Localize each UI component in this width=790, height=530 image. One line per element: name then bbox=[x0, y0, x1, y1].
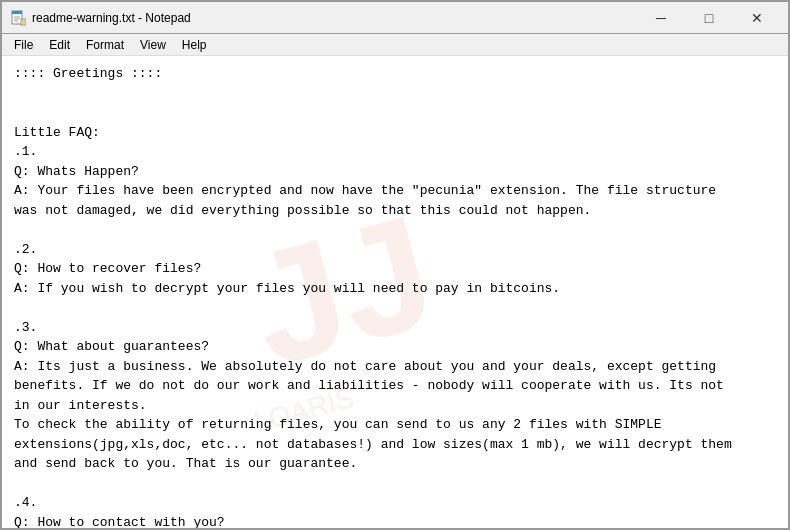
title-bar: readme-warning.txt - Notepad ─ □ ✕ bbox=[2, 2, 788, 34]
menu-help[interactable]: Help bbox=[174, 36, 215, 54]
menu-format[interactable]: Format bbox=[78, 36, 132, 54]
svg-rect-1 bbox=[12, 11, 22, 14]
readme-content: :::: Greetings :::: Little FAQ: .1. Q: W… bbox=[14, 64, 776, 528]
minimize-button[interactable]: ─ bbox=[638, 3, 684, 33]
text-editor-area[interactable]: JJ LOARIS :::: Greetings :::: Little FAQ… bbox=[2, 56, 788, 528]
notepad-icon bbox=[10, 10, 26, 26]
window-title: readme-warning.txt - Notepad bbox=[32, 11, 191, 25]
menu-view[interactable]: View bbox=[132, 36, 174, 54]
window-controls: ─ □ ✕ bbox=[638, 3, 780, 33]
menu-edit[interactable]: Edit bbox=[41, 36, 78, 54]
svg-rect-5 bbox=[21, 19, 26, 25]
maximize-button[interactable]: □ bbox=[686, 3, 732, 33]
menu-bar: File Edit Format View Help bbox=[2, 34, 788, 56]
close-button[interactable]: ✕ bbox=[734, 3, 780, 33]
notepad-window: readme-warning.txt - Notepad ─ □ ✕ File … bbox=[0, 0, 790, 530]
menu-file[interactable]: File bbox=[6, 36, 41, 54]
title-bar-left: readme-warning.txt - Notepad bbox=[10, 10, 191, 26]
